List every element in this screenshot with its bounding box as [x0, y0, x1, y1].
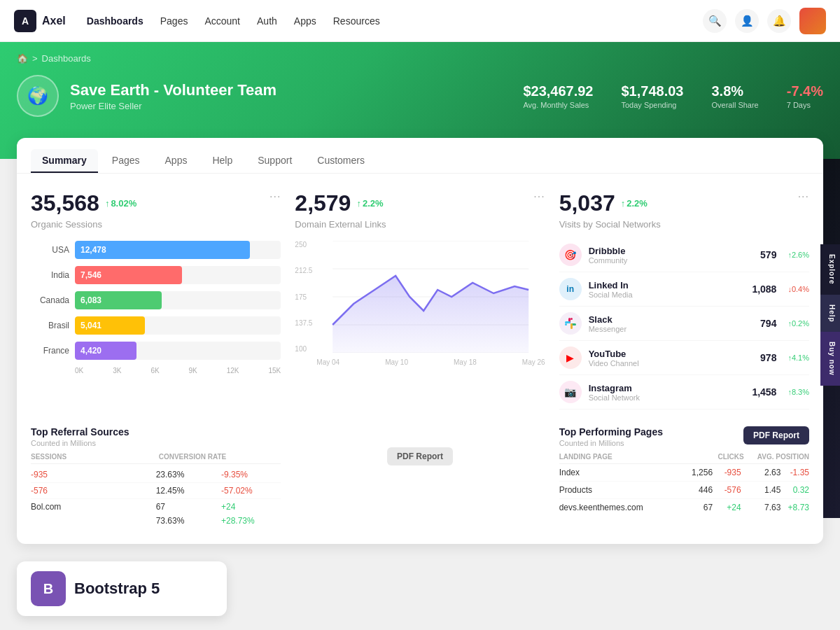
nav-actions: 🔍 👤 🔔 [703, 8, 826, 34]
stat-7days: -7.4% 7 Days [787, 83, 823, 109]
linkedin-icon: in [559, 278, 582, 300]
main-card: Summary Pages Apps Help Support Customer… [17, 138, 823, 544]
avatar[interactable] [799, 8, 826, 34]
table-row: -935 23.63% -9.35% [31, 467, 281, 483]
stat-monthly-sales: $23,467.92 Avg. Monthly Sales [523, 83, 593, 109]
team-logo: 🌍 [17, 75, 59, 117]
hero-left: 🌍 Save Earth - Volunteer Team Power Elit… [17, 75, 276, 117]
nav-resources[interactable]: Resources [333, 15, 380, 27]
bar-row-france: France 4,420 [31, 342, 281, 360]
dribbble-icon: 🎯 [559, 244, 582, 266]
tab-help[interactable]: Help [201, 149, 244, 173]
line-chart: 250 212.5 175 137.5 100 [295, 241, 545, 366]
brand[interactable]: A Axel [14, 10, 66, 32]
tab-content: ··· 35,568 ↑8.02% Organic Sessions USA [17, 174, 823, 544]
brand-icon: A [14, 10, 36, 32]
svg-rect-6 [565, 321, 570, 323]
team-role: Power Elite Seller [70, 101, 276, 111]
table-row: Bol.com 67 +24 [31, 499, 281, 514]
bar-row-brasil: Brasil 5,041 [31, 316, 281, 335]
metric-organic-sessions: ··· 35,568 ↑8.02% Organic Sessions USA [31, 190, 281, 410]
slack-icon [559, 312, 582, 335]
explore-button[interactable]: Explore [820, 244, 840, 295]
table-row: 73.63% +28.73% [31, 514, 281, 527]
help-side-button[interactable]: Help [820, 295, 840, 332]
line-chart-svg [316, 241, 545, 353]
pdf-section: PDF Report [295, 426, 545, 527]
svg-rect-8 [570, 323, 573, 329]
nav-apps[interactable]: Apps [294, 15, 316, 27]
tab-support[interactable]: Support [246, 149, 303, 173]
metric-social-networks: ··· 5,037 ↑2.2% Visits by Social Network… [559, 190, 809, 410]
home-icon: 🏠 [17, 53, 28, 64]
svg-rect-10 [570, 318, 573, 320]
nav-account[interactable]: Account [204, 15, 240, 27]
tab-summary[interactable]: Summary [31, 149, 98, 173]
bar-row-canada: Canada 6,083 [31, 291, 281, 309]
bootstrap-icon: B [31, 571, 66, 606]
social-linkedin: in Linked In Social Media 1,088 ↓0.4% [559, 272, 809, 307]
bar-row-usa: USA 12,478 [31, 241, 281, 259]
metric-value-1: 35,568 ↑8.02% [31, 190, 281, 216]
bar-row-india: India 7,546 [31, 266, 281, 284]
buy-now-button[interactable]: Buy now [820, 332, 840, 386]
social-dribbble: 🎯 Dribbble Community 579 ↑2.6% [559, 238, 809, 272]
top-pages-header: Top Performing Pages Counted in Millions… [559, 426, 809, 447]
hero-info: Save Earth - Volunteer Team Power Elite … [70, 81, 276, 111]
metric-domain-links: ··· 2,579 ↑2.2% Domain External Links [295, 190, 545, 410]
social-instagram: 📷 Instagram Social Network 1,458 ↑8.3% [559, 375, 809, 410]
nav-auth[interactable]: Auth [257, 15, 277, 27]
referral-section: Top Referral Sources Counted in Millions… [31, 426, 281, 527]
metric-change-3: ↑2.2% [621, 198, 648, 209]
bootstrap-label: Bootstrap 5 [74, 580, 160, 598]
team-name: Save Earth - Volunteer Team [70, 81, 276, 99]
social-youtube: ▶ YouTube Video Channel 978 ↑4.1% [559, 341, 809, 375]
nav-pages[interactable]: Pages [160, 15, 188, 27]
pdf-report-pages-button[interactable]: PDF Report [743, 426, 809, 444]
tab-apps[interactable]: Apps [154, 149, 199, 173]
metrics-row: ··· 35,568 ↑8.02% Organic Sessions USA [31, 190, 809, 410]
hero-content: 🌍 Save Earth - Volunteer Team Power Elit… [17, 75, 823, 117]
search-icon[interactable]: 🔍 [703, 9, 727, 33]
top-pages-section: Top Performing Pages Counted in Millions… [559, 426, 809, 527]
stat-today-spending: $1,748.03 Today Spending [622, 83, 684, 109]
tab-bar: Summary Pages Apps Help Support Customer… [17, 138, 823, 174]
metric-more-2[interactable]: ··· [533, 190, 545, 203]
side-buttons: Explore Help Buy now [820, 244, 840, 386]
tab-pages[interactable]: Pages [101, 149, 151, 173]
table-row: Index 1,256 -935 2.63 -1.35 [559, 464, 809, 482]
youtube-icon: ▶ [559, 346, 582, 369]
metric-value-3: 5,037 ↑2.2% [559, 190, 809, 216]
social-list: 🎯 Dribbble Community 579 ↑2.6% in [559, 238, 809, 410]
navbar: A Axel Dashboards Pages Account Auth App… [0, 0, 840, 42]
referral-header: Top Referral Sources Counted in Millions [31, 426, 281, 447]
notifications-icon[interactable]: 🔔 [767, 9, 791, 33]
metric-more-3[interactable]: ··· [798, 190, 809, 203]
table-row: Products 446 -576 1.45 0.32 [559, 482, 809, 499]
hero-stats: $23,467.92 Avg. Monthly Sales $1,748.03 … [523, 83, 823, 109]
nav-dashboards[interactable]: Dashboards [87, 15, 144, 27]
instagram-icon: 📷 [559, 381, 582, 403]
social-slack: Slack Messenger 794 ↑0.2% [559, 307, 809, 341]
breadcrumb: 🏠 > Dashboards [17, 53, 823, 64]
svg-rect-9 [565, 323, 567, 326]
metric-change-1: ↑8.02% [105, 198, 136, 209]
stat-overall-share: 3.8% Overall Share [711, 83, 758, 109]
brand-name: Axel [42, 15, 66, 27]
bar-chart: USA 12,478 India [31, 241, 281, 374]
nav-links: Dashboards Pages Account Auth Apps Resou… [87, 15, 703, 27]
bootstrap-badge: B Bootstrap 5 [17, 561, 227, 616]
table-row: -576 12.45% -57.02% [31, 483, 281, 499]
metric-more-1[interactable]: ··· [270, 190, 281, 203]
pdf-report-button[interactable]: PDF Report [387, 447, 453, 465]
bottom-row: Top Referral Sources Counted in Millions… [31, 426, 809, 527]
profile-icon[interactable]: 👤 [735, 9, 759, 33]
metric-change-2: ↑2.2% [356, 198, 383, 209]
metric-value-2: 2,579 ↑2.2% [295, 190, 545, 216]
tab-customers[interactable]: Customers [306, 149, 376, 173]
table-row: devs.keenthemes.com 67 +24 7.63 +8.73 [559, 499, 809, 516]
bar-axis: 0K 3K 6K 9K 12K 15K [31, 367, 281, 374]
